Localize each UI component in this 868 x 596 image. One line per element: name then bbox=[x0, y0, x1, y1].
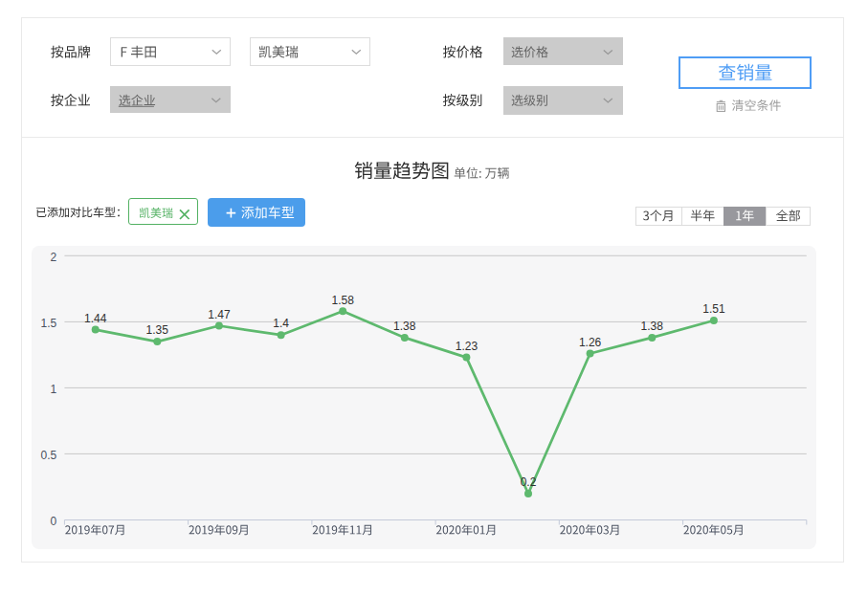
svg-text:1: 1 bbox=[51, 383, 57, 396]
svg-text:2: 2 bbox=[51, 251, 57, 264]
svg-text:0: 0 bbox=[51, 515, 57, 528]
svg-text:1.35: 1.35 bbox=[146, 323, 169, 337]
svg-text:1.4: 1.4 bbox=[273, 317, 289, 330]
svg-text:1.58: 1.58 bbox=[332, 294, 355, 307]
svg-text:1.44: 1.44 bbox=[84, 312, 107, 325]
svg-text:1.47: 1.47 bbox=[208, 308, 231, 321]
svg-text:1.26: 1.26 bbox=[579, 336, 602, 349]
svg-text:1.23: 1.23 bbox=[456, 340, 479, 353]
svg-text:1.38: 1.38 bbox=[641, 320, 664, 333]
svg-text:1.38: 1.38 bbox=[393, 320, 416, 333]
svg-text:0.2: 0.2 bbox=[521, 475, 537, 489]
svg-text:1.51: 1.51 bbox=[702, 302, 725, 316]
svg-text:1.5: 1.5 bbox=[41, 317, 57, 330]
svg-text:0.5: 0.5 bbox=[41, 449, 57, 462]
